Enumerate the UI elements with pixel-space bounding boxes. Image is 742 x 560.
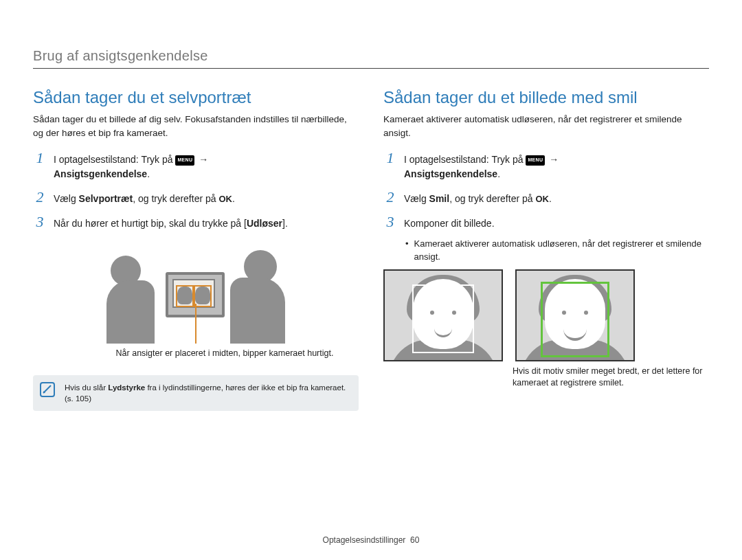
footer-page-number: 60 (410, 535, 419, 545)
step-bold: Smil (429, 193, 450, 204)
step-number: 3 (383, 213, 397, 231)
menu-icon: MENU (175, 155, 194, 166)
step-bold: Ansigtsgenkendelse (404, 168, 497, 179)
step-number: 1 (33, 149, 47, 167)
step-bold: Ansigtsgenkendelse (54, 168, 147, 179)
illustration-caption: Når ansigter er placeret i midten, bippe… (116, 348, 334, 360)
arrow-icon: → (548, 154, 560, 165)
note-box: Hvis du slår Lydstyrke fra i lydindstill… (33, 375, 359, 411)
step-number: 2 (33, 188, 47, 206)
menu-icon: MENU (526, 155, 545, 166)
step-1-right: 1 I optagelsestilstand: Tryk på MENU → A… (383, 149, 709, 181)
step-2-right: 2 Vælg Smil, og tryk derefter på OK. (383, 188, 709, 206)
step-text: Vælg (404, 193, 429, 204)
ok-icon: OK (535, 194, 549, 204)
step-3-right: 3 Komponer dit billede. (383, 213, 709, 231)
note-icon (40, 382, 55, 397)
step-3-left: 3 Når du hører et hurtigt bip, skal du t… (33, 213, 359, 231)
section-title-smile: Sådan tager du et billede med smil (383, 88, 709, 107)
step-2-left: 2 Vælg Selvportræt, og tryk derefter på … (33, 188, 359, 206)
bullet-dot: • (405, 238, 409, 264)
face-box-neutral (383, 269, 503, 361)
step-1-left: 1 I optagelsestilstand: Tryk på MENU → A… (33, 149, 359, 181)
step-number: 1 (383, 149, 397, 167)
illustration-selfportrait: Når ansigter er placeret i midten, bippe… (33, 238, 359, 360)
step-suffix: . (549, 193, 552, 204)
detection-frame-white (412, 284, 474, 353)
content-columns: Sådan tager du et selvportræt Sådan tage… (33, 88, 709, 411)
page-footer: Optagelsesindstillinger 60 (0, 535, 742, 545)
step-bold: Selvportræt (79, 193, 133, 204)
step-body: I optagelsestilstand: Tryk på MENU → Ans… (54, 153, 210, 181)
detection-frame-green (541, 282, 609, 357)
step-text: Komponer dit billede. (404, 218, 495, 229)
step-number: 2 (383, 188, 397, 206)
step-body: I optagelsestilstand: Tryk på MENU → Ans… (404, 153, 560, 181)
step-body: Vælg Selvportræt, og tryk derefter på OK… (54, 192, 235, 206)
arrow-icon: → (197, 154, 210, 165)
smile-caption: Hvis dit motiv smiler meget bredt, er de… (513, 366, 709, 390)
step-text: I optagelsestilstand: Tryk på (54, 154, 175, 165)
sub-bullet: • Kameraet aktiverer automatisk udløsere… (405, 238, 709, 264)
bullet-text: Kameraet aktiverer automatisk udløseren,… (414, 238, 709, 264)
step-suffix: ]. (282, 218, 288, 229)
step-body: Vælg Smil, og tryk derefter på OK. (404, 192, 552, 206)
intro-smile: Kameraet aktiverer automatisk udløseren,… (383, 113, 709, 139)
step-mid: , og tryk derefter på (449, 193, 535, 204)
step-bold: Udløser (247, 218, 282, 229)
section-title-selfportrait: Sådan tager du et selvportræt (33, 88, 359, 107)
ok-icon: OK (218, 194, 232, 204)
page-header: Brug af ansigtsgenkendelse (33, 48, 709, 69)
note-text-bold: Lydstyrke (108, 383, 145, 392)
intro-selfportrait: Sådan tager du et billede af dig selv. F… (33, 113, 359, 139)
step-body: Når du hører et hurtigt bip, skal du try… (54, 216, 288, 231)
step-suffix: . (147, 168, 150, 179)
step-suffix: . (232, 193, 235, 204)
face-box-smile (515, 269, 635, 361)
step-number: 3 (33, 213, 47, 231)
step-text: Når du hører et hurtigt bip, skal du try… (54, 218, 247, 229)
note-text-pre: Hvis du slår (65, 383, 108, 392)
focus-frame (176, 285, 194, 307)
footer-section: Optagelsesindstillinger (323, 535, 406, 545)
selfie-illustration (106, 240, 285, 344)
step-mid: , og tryk derefter på (133, 193, 218, 204)
callout-line (195, 304, 196, 344)
step-body: Komponer dit billede. (404, 216, 495, 231)
column-smile: Sådan tager du et billede med smil Kamer… (383, 88, 709, 411)
step-suffix: . (497, 168, 500, 179)
step-text: Vælg (54, 193, 79, 204)
face-illustrations (383, 269, 709, 361)
column-selfportrait: Sådan tager du et selvportræt Sådan tage… (33, 88, 359, 411)
step-text: I optagelsestilstand: Tryk på (404, 154, 526, 165)
